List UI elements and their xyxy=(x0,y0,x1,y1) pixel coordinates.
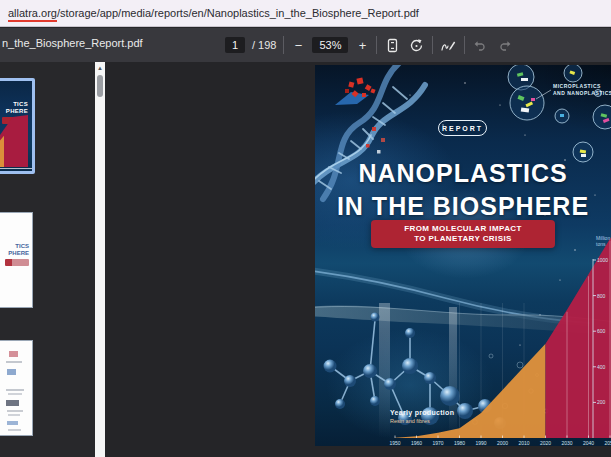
x-axis-tick-label: 1990 xyxy=(472,440,490,446)
x-axis-tick-label: 2010 xyxy=(515,440,533,446)
thumbnail-text-line xyxy=(7,410,23,412)
zoom-out-button[interactable]: − xyxy=(291,38,305,53)
light-beam xyxy=(449,307,457,437)
y-axis-tick-label: 600 xyxy=(597,328,605,334)
thumbnail-text-line xyxy=(8,393,22,395)
toolbar-separator xyxy=(432,36,433,54)
thumbnail-title-fragment: TICS PHERE xyxy=(6,101,28,115)
page-number-input[interactable]: 1 xyxy=(225,37,245,53)
thumbnail-block xyxy=(7,369,16,375)
sidebar-scrollbar[interactable]: ▲ xyxy=(95,62,105,457)
x-axis-tick-label: 1970 xyxy=(429,440,447,446)
redo-icon[interactable] xyxy=(496,37,513,54)
thumbnail-page-1[interactable]: TICS PHERE xyxy=(0,78,35,174)
thumbnail-page-2[interactable]: TICS PHERE xyxy=(0,213,32,307)
x-axis-tick-label: 2000 xyxy=(494,440,512,446)
y-axis-unit-label: Million tons xyxy=(596,235,610,247)
cover-title: NANOPLASTICS IN THE BIOSPHERE xyxy=(315,157,611,223)
zoom-level-input[interactable]: 53% xyxy=(312,37,348,53)
chart-subtitle-label: Resin and fibres xyxy=(390,418,430,424)
pdf-viewport[interactable]: MICROPLASTICS AND NANOPLASTICS REPORT NA… xyxy=(105,62,611,457)
thumbnail-block xyxy=(9,351,18,357)
toolbar-separator xyxy=(376,36,377,54)
light-beam xyxy=(379,303,390,438)
thumbnail-text-line xyxy=(8,429,21,431)
x-axis-tick-label: 2050 xyxy=(601,440,611,446)
chart-title-label: Yearly production xyxy=(390,409,454,416)
scroll-up-arrow-icon[interactable]: ▲ xyxy=(95,62,105,74)
pdf-toolbar: n_the_Biosphere_Report.pdf 1 / 198 − 53%… xyxy=(0,28,611,62)
url-domain[interactable]: allatra.org xyxy=(8,7,57,22)
cell-circles xyxy=(508,65,611,162)
browser-window: allatra.org/storage/app/media/reports/en… xyxy=(0,0,611,457)
report-tag-button: REPORT xyxy=(438,120,487,136)
cover-subtitle-banner: FROM MOLECULAR IMPACT TO PLANETARY CRISI… xyxy=(371,220,555,248)
rotate-icon[interactable] xyxy=(408,37,425,54)
thumbnail-block xyxy=(6,400,19,406)
url-path[interactable]: /storage/app/media/reports/en/Nanoplasti… xyxy=(57,7,419,19)
y-axis-tick-label: 1000 xyxy=(597,257,608,263)
fit-to-page-icon[interactable] xyxy=(384,37,401,54)
page-total-label: / 198 xyxy=(252,39,276,51)
thumbnail-text-line xyxy=(8,414,20,416)
toolbar-separator xyxy=(464,36,465,54)
x-axis-tick-label: 2030 xyxy=(558,440,576,446)
pdf-filename: n_the_Biosphere_Report.pdf xyxy=(2,37,143,49)
thumbnail-block xyxy=(7,421,18,425)
pdf-page-1-cover: MICROPLASTICS AND NANOPLASTICS REPORT NA… xyxy=(315,65,611,446)
annotate-pen-icon[interactable] xyxy=(440,37,457,54)
viewer-content: TICS PHERE TICS PHERE xyxy=(0,62,611,457)
toolbar-separator xyxy=(283,36,284,54)
x-axis-tick-label: 2040 xyxy=(580,440,598,446)
y-axis-tick-label: 400 xyxy=(597,364,605,370)
microplastics-label: MICROPLASTICS AND NANOPLASTICS xyxy=(553,83,611,96)
y-axis-tick-label: 200 xyxy=(597,399,605,405)
zoom-in-button[interactable]: + xyxy=(355,38,369,53)
thumbnail-banner xyxy=(5,259,29,266)
pdf-toolbar-controls: 1 / 198 − 53% + xyxy=(225,28,513,62)
thumbnail-text-line xyxy=(6,389,24,391)
undo-icon[interactable] xyxy=(472,37,489,54)
thumbnail-axis xyxy=(0,168,32,169)
thumbnail-title-fragment: TICS PHERE xyxy=(8,243,29,257)
x-axis-tick-label: 1950 xyxy=(386,440,404,446)
x-axis-tick-label: 2020 xyxy=(537,440,555,446)
scrollbar-thumb[interactable] xyxy=(97,75,103,97)
thumbnail-sidebar: TICS PHERE TICS PHERE xyxy=(0,62,95,457)
thumbnail-page-3[interactable] xyxy=(0,341,32,435)
thumbnail-text-line xyxy=(6,361,22,363)
y-axis-tick-label: 800 xyxy=(597,293,605,299)
x-axis-tick-label: 1980 xyxy=(451,440,469,446)
x-axis-tick-label: 1960 xyxy=(408,440,426,446)
url-bar[interactable]: allatra.org/storage/app/media/reports/en… xyxy=(0,0,611,27)
url-text[interactable]: allatra.org/storage/app/media/reports/en… xyxy=(8,7,419,19)
